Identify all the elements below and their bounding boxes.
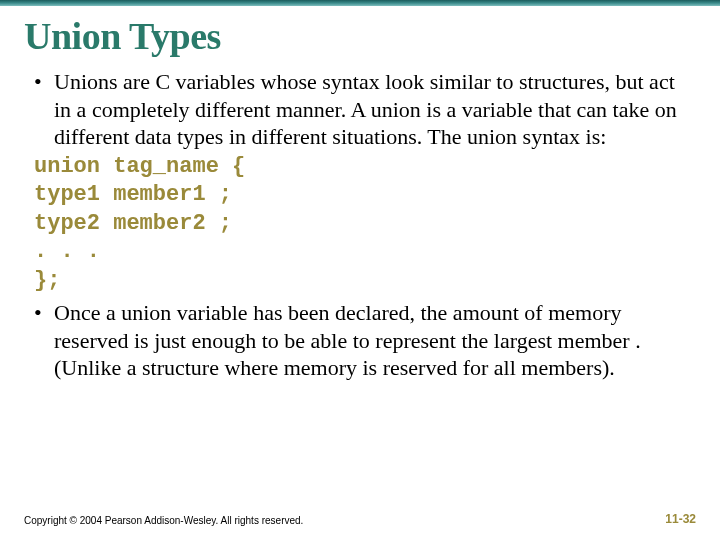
bullet-marker: •	[34, 68, 54, 96]
code-line-5: };	[34, 268, 60, 293]
code-line-3: type2 member2 ;	[34, 211, 232, 236]
page-number: 11-32	[665, 512, 696, 526]
code-line-2: type1 member1 ;	[34, 182, 232, 207]
code-line-4: . . .	[34, 239, 100, 264]
copyright-text: Copyright © 2004 Pearson Addison-Wesley.…	[24, 515, 303, 526]
slide-content: • Unions are C variables whose syntax lo…	[34, 68, 686, 382]
slide-title: Union Types	[24, 14, 720, 58]
bullet-item-2: • Once a union variable has been declare…	[34, 299, 686, 382]
bullet-item-1: • Unions are C variables whose syntax lo…	[34, 68, 686, 151]
top-border-strip	[0, 0, 720, 6]
bullet-text-1: Unions are C variables whose syntax look…	[54, 68, 686, 151]
bullet-marker: •	[34, 299, 54, 327]
code-block: union tag_name { type1 member1 ; type2 m…	[34, 153, 686, 296]
footer: Copyright © 2004 Pearson Addison-Wesley.…	[24, 512, 696, 526]
bullet-text-2: Once a union variable has been declared,…	[54, 299, 686, 382]
code-line-1: union tag_name {	[34, 154, 245, 179]
